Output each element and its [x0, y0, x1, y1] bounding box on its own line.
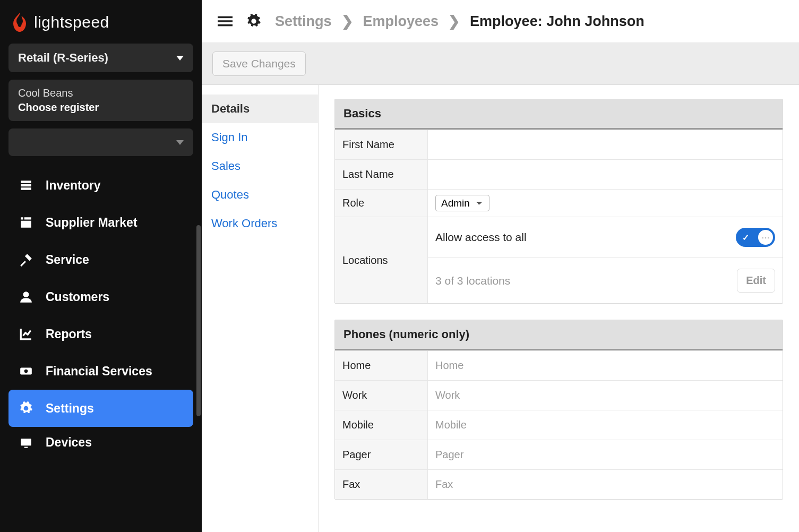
breadcrumb-employees[interactable]: Employees — [363, 13, 439, 30]
first-name-label: First Name — [335, 130, 428, 159]
nav-label: Service — [46, 253, 89, 267]
shop-name: Cool Beans — [18, 87, 73, 99]
phone-input-mobile[interactable] — [435, 416, 775, 434]
product-selector[interactable]: Retail (R-Series) — [8, 44, 193, 72]
edit-locations-button[interactable]: Edit — [737, 269, 775, 293]
svg-rect-3 — [21, 439, 31, 445]
allow-all-toggle[interactable]: ✓ ⋯ — [736, 228, 775, 247]
gear-icon — [18, 400, 34, 416]
monitor-icon — [18, 435, 34, 451]
chart-icon — [18, 326, 34, 342]
chevron-down-icon — [176, 140, 184, 145]
inventory-icon — [18, 177, 34, 193]
nav-supplier-market[interactable]: Supplier Market — [8, 204, 193, 241]
role-label: Role — [335, 190, 428, 217]
allow-all-label: Allow access to all — [435, 231, 527, 244]
check-icon: ✓ — [742, 233, 749, 243]
register-selector[interactable]: Cool Beans Choose register — [8, 80, 193, 121]
subnav-sales[interactable]: Sales — [202, 152, 318, 181]
locations-summary: 3 of 3 locations — [435, 274, 510, 287]
phones-heading: Phones (numeric only) — [335, 320, 783, 350]
user-icon — [18, 289, 34, 305]
market-icon — [18, 214, 34, 230]
brand-name: lightspeed — [34, 13, 109, 31]
nav-label: Supplier Market — [46, 216, 138, 230]
svg-point-0 — [23, 291, 29, 297]
action-bar: Save Changes — [202, 43, 799, 85]
topbar: Settings ❯ Employees ❯ Employee: John Jo… — [202, 0, 799, 43]
subnav-quotes[interactable]: Quotes — [202, 181, 318, 209]
basics-panel: Basics First Name Last Name Role Admin — [334, 99, 783, 304]
svg-rect-4 — [24, 447, 28, 448]
chevron-right-icon: ❯ — [341, 13, 354, 30]
nav-inventory[interactable]: Inventory — [8, 167, 193, 204]
nav-settings[interactable]: Settings — [8, 390, 193, 427]
sidebar: lightspeed Retail (R-Series) Cool Beans … — [0, 0, 202, 532]
phone-label-fax: Fax — [335, 470, 428, 499]
first-name-input[interactable] — [435, 135, 775, 154]
chevron-right-icon: ❯ — [448, 13, 460, 30]
nav-label: Reports — [46, 327, 92, 341]
phone-input-home[interactable] — [435, 356, 775, 375]
svg-rect-5 — [218, 16, 233, 19]
nav-label: Inventory — [46, 178, 101, 193]
sidebar-scrollbar[interactable] — [196, 225, 201, 416]
phone-input-work[interactable] — [435, 386, 775, 405]
chevron-down-icon — [176, 56, 184, 61]
breadcrumb: Settings ❯ Employees ❯ Employee: John Jo… — [275, 13, 645, 30]
main-area: Settings ❯ Employees ❯ Employee: John Jo… — [202, 0, 799, 532]
nav-label: Customers — [46, 290, 109, 304]
subnav-details[interactable]: Details — [202, 95, 318, 123]
brand-logo: lightspeed — [0, 5, 202, 44]
nav-financial-services[interactable]: Financial Services — [8, 353, 193, 390]
role-select[interactable]: Admin — [435, 195, 489, 211]
save-changes-button[interactable]: Save Changes — [212, 52, 306, 76]
money-icon — [18, 363, 34, 379]
phone-label-work: Work — [335, 381, 428, 410]
nav-customers[interactable]: Customers — [8, 278, 193, 315]
breadcrumb-settings[interactable]: Settings — [275, 13, 332, 30]
choose-register-label: Choose register — [18, 101, 99, 114]
phone-input-pager[interactable] — [435, 445, 775, 464]
phones-panel: Phones (numeric only) Home Work Mobile P… — [334, 320, 783, 500]
product-selector-label: Retail (R-Series) — [18, 51, 108, 65]
basics-heading: Basics — [335, 99, 783, 130]
svg-point-2 — [24, 370, 28, 373]
last-name-input[interactable] — [435, 165, 775, 184]
locations-label: Locations — [335, 217, 428, 303]
gear-icon[interactable] — [246, 14, 261, 29]
toggle-knob: ⋯ — [758, 230, 773, 245]
nav-reports[interactable]: Reports — [8, 315, 193, 353]
svg-rect-7 — [218, 24, 233, 27]
breadcrumb-current: Employee: John Johnson — [470, 13, 645, 30]
svg-rect-6 — [218, 20, 233, 22]
phone-label-mobile: Mobile — [335, 410, 428, 440]
hamburger-icon[interactable] — [218, 14, 233, 29]
phone-label-home: Home — [335, 351, 428, 380]
phone-label-pager: Pager — [335, 440, 428, 469]
nav-service[interactable]: Service — [8, 241, 193, 278]
subnav: Details Sign In Sales Quotes Work Orders — [202, 85, 319, 532]
hammer-icon — [18, 252, 34, 268]
main-nav: Inventory Supplier Market Service Custom… — [8, 167, 193, 453]
nav-sub-devices[interactable]: Devices — [8, 427, 193, 453]
empty-selector[interactable] — [8, 128, 193, 156]
last-name-label: Last Name — [335, 160, 428, 189]
nav-label: Settings — [46, 401, 94, 416]
nav-label: Financial Services — [46, 364, 152, 379]
phone-input-fax[interactable] — [435, 475, 775, 494]
flame-icon — [12, 13, 28, 32]
subnav-signin[interactable]: Sign In — [202, 123, 318, 152]
subnav-workorders[interactable]: Work Orders — [202, 209, 318, 238]
